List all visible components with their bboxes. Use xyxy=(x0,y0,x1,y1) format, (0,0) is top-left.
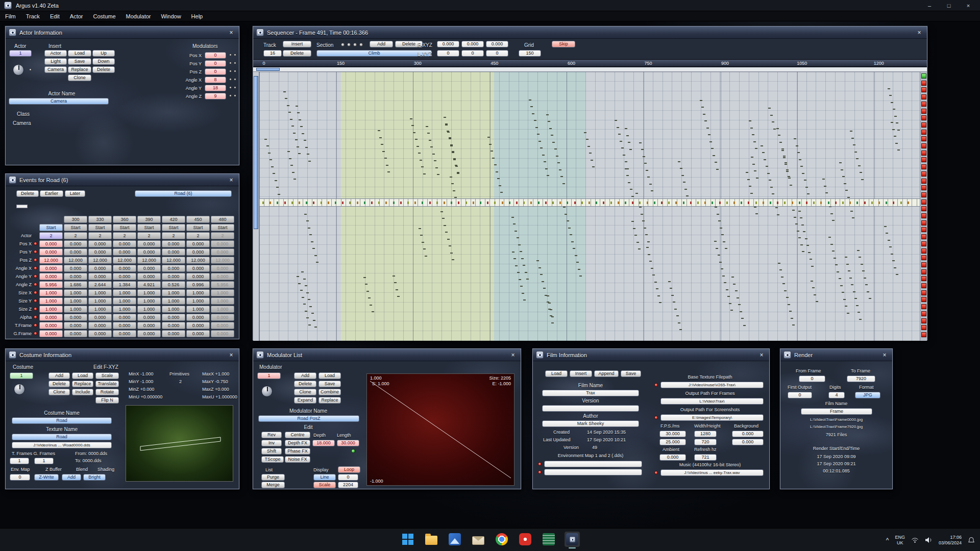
band-event-dot[interactable] xyxy=(552,202,554,204)
section-dot-4[interactable] xyxy=(359,43,363,46)
band-event-dot[interactable] xyxy=(596,202,597,204)
event-mark[interactable] xyxy=(772,121,774,122)
event-mark[interactable] xyxy=(309,234,312,235)
event-mark[interactable] xyxy=(786,171,789,172)
first-output-field[interactable]: 0 xyxy=(788,392,812,398)
timeline-ruler[interactable]: 015030045060075090010501200 xyxy=(253,59,927,67)
event-mark[interactable] xyxy=(538,267,541,268)
band-event-dot[interactable] xyxy=(335,202,336,204)
event-mark[interactable] xyxy=(575,255,577,256)
event-mark[interactable] xyxy=(800,244,803,245)
event-mark[interactable] xyxy=(314,327,317,328)
band-event-dot[interactable] xyxy=(545,202,547,204)
append-button[interactable]: Append xyxy=(594,370,619,377)
event-mark[interactable] xyxy=(835,264,838,265)
event-mark[interactable] xyxy=(628,142,630,143)
event-mark[interactable] xyxy=(386,165,388,166)
media-app-button[interactable] xyxy=(518,532,533,547)
earlier-button[interactable]: Earlier xyxy=(40,190,63,197)
event-mark[interactable] xyxy=(568,228,571,229)
event-mark[interactable] xyxy=(738,304,741,305)
event-mark[interactable] xyxy=(711,148,714,149)
event-mark[interactable] xyxy=(372,311,374,312)
event-mark[interactable] xyxy=(542,281,544,282)
events-cell[interactable]: 0.000 xyxy=(137,265,161,272)
event-mark[interactable] xyxy=(772,193,774,194)
event-mark[interactable] xyxy=(421,166,424,167)
event-mark[interactable] xyxy=(292,172,295,173)
event-mark[interactable] xyxy=(393,276,395,277)
blend-mode-toggle[interactable]: Add xyxy=(62,474,81,481)
event-mark[interactable] xyxy=(437,174,439,175)
event-mark[interactable] xyxy=(847,313,849,314)
events-cell[interactable]: 1.000 xyxy=(186,289,210,296)
event-mark[interactable] xyxy=(638,248,641,249)
events-cell[interactable]: 0.526 xyxy=(162,281,185,288)
event-mark[interactable] xyxy=(850,131,852,132)
event-mark[interactable] xyxy=(305,311,307,312)
event-mark[interactable] xyxy=(797,231,799,232)
record-dot[interactable] xyxy=(34,291,37,294)
events-cell[interactable]: 1.000 xyxy=(162,289,185,296)
event-mark[interactable] xyxy=(779,142,782,143)
events-cell[interactable]: 2.644 xyxy=(88,281,112,288)
add-section-button[interactable]: Add xyxy=(370,41,393,47)
events-cell[interactable]: 0.996 xyxy=(186,281,210,288)
event-mark[interactable] xyxy=(450,253,453,254)
event-mark[interactable] xyxy=(804,180,806,181)
events-cell[interactable]: 2 xyxy=(64,232,87,239)
event-mark[interactable] xyxy=(767,173,770,174)
event-mark[interactable] xyxy=(517,237,519,238)
volume-icon[interactable] xyxy=(925,537,933,543)
event-mark[interactable] xyxy=(529,99,531,101)
event-mark[interactable] xyxy=(894,267,896,268)
band-event-dot[interactable] xyxy=(668,202,670,204)
shift-button[interactable]: Shift xyxy=(261,448,282,455)
event-mark[interactable] xyxy=(447,131,449,132)
scale-value-field[interactable]: 2204 xyxy=(338,482,358,488)
event-mark[interactable] xyxy=(897,149,900,151)
events-cell[interactable]: 1.000 xyxy=(137,289,161,296)
event-mark[interactable] xyxy=(684,189,687,190)
event-mark[interactable] xyxy=(794,217,796,218)
insert-track-button[interactable]: Insert xyxy=(283,41,311,47)
event-mark[interactable] xyxy=(642,220,645,221)
band-event-dot[interactable] xyxy=(647,202,648,204)
event-mark[interactable] xyxy=(297,112,300,113)
events-cell[interactable]: 0.000 xyxy=(88,330,112,337)
author-field[interactable]: Mark Sheeky xyxy=(542,420,639,427)
event-mark[interactable] xyxy=(889,246,892,247)
events-cell[interactable]: 0.000 xyxy=(64,322,87,329)
event-mark[interactable] xyxy=(857,250,860,251)
delete-button[interactable]: Delete xyxy=(48,381,70,387)
event-mark[interactable] xyxy=(641,149,644,150)
record-dot[interactable] xyxy=(34,266,37,270)
event-mark[interactable] xyxy=(766,166,768,167)
track-mute-square[interactable] xyxy=(921,151,926,156)
event-mark[interactable] xyxy=(297,146,299,147)
event-mark[interactable] xyxy=(540,274,543,275)
event-mark[interactable] xyxy=(839,162,842,163)
event-mark[interactable] xyxy=(423,248,426,249)
event-mark[interactable] xyxy=(628,182,630,183)
event-mark[interactable] xyxy=(802,173,804,174)
fx-field[interactable]: 0.000 xyxy=(437,41,459,47)
band-event-dot[interactable] xyxy=(603,202,604,204)
events-current-value[interactable]: 0.000 xyxy=(39,314,63,321)
band-event-dot[interactable] xyxy=(407,202,409,204)
music-path-dot[interactable] xyxy=(654,471,658,474)
events-current-value[interactable]: 1.000 xyxy=(39,289,63,296)
event-mark[interactable] xyxy=(857,312,860,313)
modulator-mini-dot[interactable] xyxy=(229,94,232,97)
event-mark[interactable] xyxy=(686,195,689,196)
events-cell[interactable]: 0.000 xyxy=(186,322,210,329)
event-mark[interactable] xyxy=(753,141,756,142)
band-event-dot[interactable] xyxy=(509,202,510,204)
event-mark[interactable] xyxy=(615,120,617,121)
base-path-dot[interactable] xyxy=(654,383,658,387)
event-mark[interactable] xyxy=(420,160,422,161)
event-mark[interactable] xyxy=(862,270,865,271)
event-mark[interactable] xyxy=(426,126,428,127)
event-mark[interactable] xyxy=(701,107,704,108)
event-mark[interactable] xyxy=(755,148,757,149)
